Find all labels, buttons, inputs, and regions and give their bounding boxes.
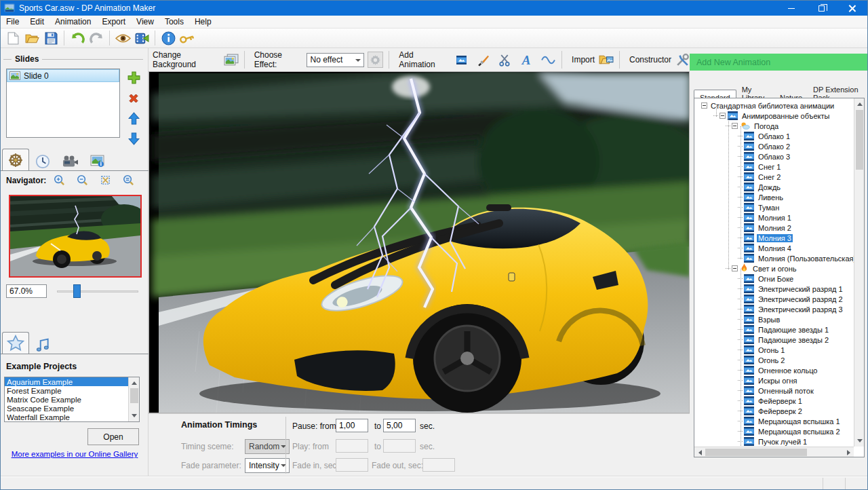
tree-expander[interactable]	[732, 123, 738, 129]
menu-item-edit[interactable]: Edit	[24, 16, 50, 27]
info-button[interactable]	[159, 29, 178, 47]
redo-button[interactable]	[87, 29, 106, 47]
tools-icon[interactable]	[675, 53, 690, 67]
zoom-fit-button[interactable]	[100, 174, 111, 188]
timing-scheme-select[interactable]: Random	[245, 439, 290, 454]
slide-list[interactable]: Slide 0	[6, 69, 120, 138]
pause-to-input[interactable]	[383, 419, 416, 432]
change-background-label[interactable]: Change Background	[153, 50, 220, 69]
add-scissors-animation-button[interactable]	[496, 51, 513, 69]
scroll-left-arrow[interactable]	[694, 447, 705, 457]
pause-from-input[interactable]	[336, 419, 368, 432]
image-bg-icon[interactable]	[224, 54, 239, 67]
example-project-item[interactable]: Matrix Code Example	[5, 395, 129, 404]
tab-wheel[interactable]	[2, 149, 29, 170]
tree-item[interactable]: Пучок лучей 1	[696, 436, 854, 447]
tree-item[interactable]: Стандартная библиотека анимации	[696, 100, 854, 111]
tree-item[interactable]: Падающие звезды 1	[696, 324, 854, 335]
menu-item-file[interactable]: File	[1, 16, 24, 27]
tree-expander[interactable]	[701, 102, 707, 109]
tree-item[interactable]: Молния (Пользовательская)	[696, 253, 854, 263]
zoom-actual-button[interactable]	[123, 174, 134, 188]
menu-item-view[interactable]: View	[131, 16, 159, 27]
tree-item[interactable]: Облако 3	[696, 151, 854, 162]
scroll-down-arrow[interactable]	[129, 411, 140, 421]
scrollbar-thumb[interactable]	[130, 388, 138, 403]
menu-item-tools[interactable]: Tools	[159, 16, 189, 27]
tree-item[interactable]: Облако 1	[696, 131, 854, 141]
tree-item[interactable]: Огненный поток	[696, 385, 854, 396]
tab-image-info[interactable]	[83, 152, 111, 170]
scrollbar-thumb[interactable]	[856, 110, 863, 170]
slide-item[interactable]: Slide 0	[7, 69, 119, 82]
tree-expander[interactable]	[719, 113, 726, 119]
tree-item[interactable]: Ливень	[696, 192, 854, 202]
zoom-out-button[interactable]	[77, 174, 88, 188]
tree-item[interactable]: Облако 2	[696, 141, 854, 151]
open-folder-button[interactable]	[22, 29, 41, 47]
tree-item[interactable]: Анимированные объекты	[696, 111, 854, 121]
restore-button[interactable]	[806, 1, 837, 16]
tab-clock[interactable]	[29, 152, 56, 170]
tree-item[interactable]: Мерцающая вспышка 1	[696, 416, 854, 426]
tree-vscrollbar[interactable]	[854, 98, 864, 447]
effect-settings-button[interactable]	[368, 52, 384, 68]
import-label[interactable]: Import	[572, 55, 595, 64]
tab-camera[interactable]	[56, 152, 83, 170]
arrow-down-slide-button[interactable]	[125, 131, 142, 147]
add-tv-animation-button[interactable]	[453, 51, 469, 69]
menu-item-animation[interactable]: Animation	[50, 16, 96, 27]
animation-tree[interactable]: Стандартная библиотека анимацииАнимирова…	[694, 98, 854, 447]
add-letter-a-animation-button[interactable]: A	[518, 51, 534, 69]
scroll-up-arrow[interactable]	[129, 377, 140, 388]
tree-item[interactable]: Огненное кольцо	[696, 365, 854, 375]
canvas[interactable]	[149, 71, 690, 413]
tree-item[interactable]: Огонь 2	[696, 355, 854, 365]
zoom-in-button[interactable]	[54, 174, 65, 188]
examples-scrollbar[interactable]	[128, 377, 139, 421]
open-button[interactable]: Open	[87, 428, 139, 445]
example-project-item[interactable]: Aquarium Example	[5, 377, 129, 386]
undo-button[interactable]	[68, 29, 87, 47]
tree-item[interactable]: Фейерверк 1	[696, 396, 854, 406]
tree-item[interactable]: Мерцающая вспышка 2	[696, 426, 854, 436]
tree-item[interactable]: Молния 3	[696, 233, 854, 243]
zoom-value-field[interactable]: 67.0%	[6, 284, 47, 298]
plus-slide-button[interactable]	[125, 70, 142, 86]
menu-item-export[interactable]: Export	[96, 16, 131, 27]
example-projects-list[interactable]: Aquarium ExampleForest ExampleMatrix Cod…	[4, 377, 140, 422]
zoom-slider-handle[interactable]	[73, 284, 81, 298]
tree-item[interactable]: Свет и огонь	[696, 263, 854, 274]
scroll-down-arrow[interactable]	[854, 436, 865, 447]
tree-item[interactable]: Молния 4	[696, 243, 854, 253]
constructor-label[interactable]: Constructor	[629, 55, 671, 64]
tree-expander[interactable]	[732, 265, 738, 271]
tree-hscrollbar[interactable]	[694, 447, 854, 457]
tree-item[interactable]: Молния 1	[696, 212, 854, 223]
tree-item[interactable]: Молния 2	[696, 223, 854, 233]
tree-item[interactable]: Снег 1	[696, 162, 854, 172]
minimize-button[interactable]	[776, 1, 806, 16]
tab-music[interactable]	[29, 335, 56, 354]
eye-button[interactable]	[113, 29, 132, 47]
scroll-up-arrow[interactable]	[854, 98, 865, 109]
arrow-up-slide-button[interactable]	[125, 111, 142, 126]
export-video-button[interactable]	[132, 29, 151, 47]
navigator-thumbnail[interactable]	[9, 195, 142, 278]
zoom-slider-track[interactable]	[57, 290, 138, 293]
add-wave-animation-button[interactable]	[540, 51, 556, 69]
tree-item[interactable]: Туман	[696, 202, 854, 212]
tree-item[interactable]: Электрический разряд 2	[696, 294, 854, 304]
key-button[interactable]	[178, 29, 197, 47]
save-button[interactable]	[41, 29, 60, 47]
tree-item[interactable]: Электрический разряд 3	[696, 304, 854, 314]
scroll-right-arrow[interactable]	[844, 447, 854, 457]
online-gallery-link[interactable]: More examples in our Online Gallery	[1, 450, 149, 458]
tree-item[interactable]: Взрыв	[696, 314, 854, 324]
tab-star[interactable]	[2, 332, 29, 354]
delete-slide-button[interactable]	[125, 90, 142, 106]
menu-item-help[interactable]: Help	[189, 16, 217, 27]
example-project-item[interactable]: Forest Example	[5, 386, 129, 395]
tree-item[interactable]: Дождь	[696, 182, 854, 192]
tree-item[interactable]: Огонь 1	[696, 345, 854, 355]
